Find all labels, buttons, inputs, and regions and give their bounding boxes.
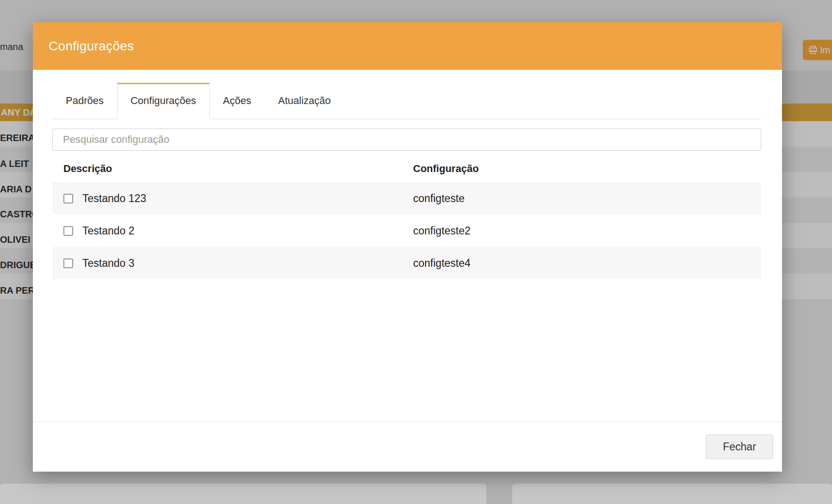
table-row: Testando 2 configteste2 [52, 215, 761, 247]
row-config-value: configteste2 [413, 225, 761, 237]
close-button[interactable]: Fechar [706, 435, 773, 459]
tab-acoes[interactable]: Ações [210, 82, 265, 119]
tab-configuracoes[interactable]: Configurações [117, 83, 210, 119]
tab-bar: Padrões Configurações Ações Atualização [52, 82, 761, 119]
row-checkbox[interactable] [63, 258, 73, 268]
modal-body: Padrões Configurações Ações Atualização … [33, 70, 782, 421]
tab-padroes[interactable]: Padrões [52, 82, 117, 119]
tab-atualizacao[interactable]: Atualização [265, 82, 344, 119]
column-header-description: Descrição [52, 163, 413, 175]
row-config-value: configteste [413, 192, 761, 205]
column-header-config: Configuração [413, 163, 761, 175]
search-input[interactable] [52, 129, 761, 151]
table-header: Descrição Configuração [52, 163, 761, 182]
modal-title: Configurações [49, 39, 134, 54]
modal-header: Configurações [33, 22, 782, 70]
table-row: Testando 3 configteste4 [52, 247, 761, 279]
modal-footer: Fechar [33, 421, 782, 472]
row-description: Testando 3 [82, 257, 135, 270]
row-description: Testando 123 [82, 192, 146, 205]
row-config-value: configteste4 [413, 257, 761, 270]
config-table: Descrição Configuração Testando 123 conf… [52, 163, 761, 279]
row-description: Testando 2 [82, 225, 135, 237]
screen: mana Im ANY DA EREIRA A LEIT ARIA [0, 0, 832, 504]
settings-modal: Configurações Padrões Configurações Açõe… [33, 22, 782, 472]
row-checkbox[interactable] [63, 194, 73, 203]
row-checkbox[interactable] [63, 226, 73, 236]
table-row: Testando 123 configteste [52, 182, 761, 215]
